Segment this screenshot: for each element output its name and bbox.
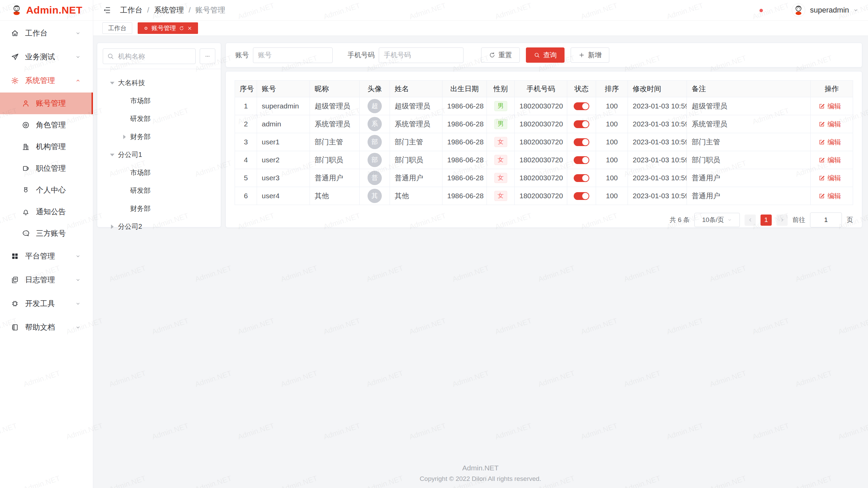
edit-icon — [818, 157, 825, 163]
cell-remark: 部门主管 — [687, 133, 811, 151]
account-input[interactable] — [253, 47, 333, 63]
tab-workbench[interactable]: 工作台 — [102, 22, 132, 34]
org-more-button[interactable] — [200, 48, 215, 64]
sidebar-item-platform-mgmt[interactable]: 平台管理 — [0, 244, 93, 268]
tree-node-label: 分公司2 — [118, 222, 142, 231]
user-avatar[interactable] — [792, 3, 805, 17]
gender-badge: 女 — [494, 137, 507, 147]
org-tree-node[interactable]: 财务部 — [103, 200, 215, 218]
caret-right-icon[interactable] — [120, 133, 129, 141]
tab-account-mgmt[interactable]: 账号管理 — [138, 22, 198, 34]
refresh-icon[interactable] — [179, 26, 184, 31]
cell-status — [567, 133, 596, 151]
sidebar-item-system-mgmt[interactable]: 系统管理 — [0, 69, 93, 93]
row-operations: 编辑 — [815, 102, 848, 111]
status-toggle[interactable] — [574, 120, 589, 128]
tree-node-label: 研发部 — [130, 114, 151, 123]
column-header: 操作 — [811, 81, 853, 97]
org-tree-node[interactable]: 大名科技 — [103, 74, 215, 92]
status-toggle[interactable] — [574, 174, 589, 182]
cell-remark: 超级管理员 — [687, 97, 811, 115]
logo[interactable]: Admin.NET — [0, 0, 93, 21]
goto-page-input[interactable] — [810, 212, 842, 227]
sidebar-item-label: 个人中心 — [36, 185, 66, 195]
gender-badge: 男 — [494, 101, 507, 111]
phone-input[interactable] — [379, 47, 463, 63]
status-toggle[interactable] — [574, 102, 589, 110]
breadcrumb-separator: / — [189, 6, 191, 15]
chevron-down-icon — [75, 277, 81, 283]
sidebar-item-position-mgmt[interactable]: 职位管理 — [0, 158, 93, 179]
edit-button[interactable]: 编辑 — [818, 174, 841, 183]
status-toggle[interactable] — [574, 192, 589, 200]
sidebar-item-label: 系统管理 — [25, 76, 55, 86]
breadcrumb-item-workbench[interactable]: 工作台 — [120, 5, 142, 15]
org-tree-node[interactable]: 分公司2 — [103, 218, 215, 236]
current-page-button[interactable]: 1 — [761, 215, 772, 226]
sidebar-item-org-mgmt[interactable]: 机构管理 — [0, 136, 93, 158]
org-tree-node[interactable]: 财务部 — [103, 128, 215, 146]
grid-icon — [11, 252, 19, 260]
cell-avatar: 超 — [360, 97, 390, 115]
sidebar-item-role-mgmt[interactable]: 角色管理 — [0, 114, 93, 136]
sidebar-item-label: 帮助文档 — [25, 322, 55, 332]
sidebar-item-third-account[interactable]: 三方账号 — [0, 223, 93, 244]
next-page-button[interactable] — [776, 215, 788, 226]
chevron-down-icon — [75, 30, 81, 36]
sidebar-item-personal-center[interactable]: 个人中心 — [0, 179, 93, 201]
account-label: 账号 — [235, 50, 249, 60]
org-tree-node[interactable]: 研发部 — [103, 110, 215, 128]
search-icon — [107, 53, 114, 60]
log-icon — [11, 276, 19, 284]
edit-button[interactable]: 编辑 — [818, 120, 841, 129]
sidebar-item-label: 通知公告 — [36, 207, 66, 217]
sidebar-item-dev-tools[interactable]: 开发工具 — [0, 292, 93, 316]
notification-badge — [760, 9, 763, 12]
gender-badge: 男 — [494, 119, 507, 129]
user-menu-chevron-icon[interactable] — [853, 7, 859, 13]
close-icon[interactable] — [187, 26, 192, 31]
status-toggle[interactable] — [574, 156, 589, 164]
menu-fold-icon[interactable] — [102, 6, 111, 15]
cell-status — [567, 115, 596, 133]
sidebar-item-label: 账号管理 — [36, 98, 66, 108]
search-button[interactable]: 查询 — [526, 47, 565, 63]
row-operations: 编辑 — [815, 156, 848, 165]
caret-right-icon[interactable] — [108, 223, 116, 231]
sidebar-item-workbench[interactable]: 工作台 — [0, 21, 93, 45]
caret-down-icon[interactable] — [108, 79, 116, 87]
footer-title: Admin.NET — [93, 464, 868, 472]
arrow-left-icon — [748, 217, 753, 223]
page-size-select[interactable]: 10条/页 — [694, 213, 740, 227]
chevron-down-icon — [75, 78, 81, 83]
org-search-input[interactable] — [103, 48, 196, 64]
cell-name: 普通用户 — [390, 169, 442, 187]
prev-page-button[interactable] — [745, 215, 756, 226]
caret-down-icon[interactable] — [108, 151, 116, 159]
sidebar-item-help-docs[interactable]: 帮助文档 — [0, 316, 93, 339]
sidebar-item-business-test[interactable]: 业务测试 — [0, 45, 93, 69]
edit-label: 编辑 — [828, 138, 841, 147]
org-tree-node[interactable]: 市场部 — [103, 92, 215, 110]
edit-button[interactable]: 编辑 — [818, 138, 841, 147]
org-tree-node[interactable]: 分公司1 — [103, 146, 215, 164]
add-button[interactable]: 新增 — [571, 47, 609, 63]
username[interactable]: superadmin — [810, 6, 849, 15]
breadcrumb-item-system-mgmt[interactable]: 系统管理 — [154, 5, 184, 15]
sidebar-item-account-mgmt[interactable]: 账号管理 — [0, 93, 93, 114]
org-tree-node[interactable]: 市场部 — [103, 164, 215, 182]
edit-button[interactable]: 编辑 — [818, 102, 841, 111]
accounts-table: 序号账号昵称头像姓名出生日期性别手机号码状态排序修改时间备注操作 1supera… — [235, 80, 853, 205]
edit-button[interactable]: 编辑 — [818, 191, 841, 201]
arrow-right-icon — [780, 217, 785, 223]
cell-status — [567, 97, 596, 115]
sidebar-item-log-mgmt[interactable]: 日志管理 — [0, 268, 93, 292]
sidebar-item-notice[interactable]: 通知公告 — [0, 201, 93, 223]
edit-button[interactable]: 编辑 — [818, 156, 841, 165]
cell-modified-time: 2023-01-03 10:59:44 — [628, 187, 687, 205]
cell-birthdate: 1986-06-28 — [442, 115, 487, 133]
reset-button[interactable]: 重置 — [481, 47, 520, 63]
status-toggle[interactable] — [574, 138, 589, 146]
org-tree-node[interactable]: 研发部 — [103, 182, 215, 200]
row-operations: 编辑 — [815, 138, 848, 147]
